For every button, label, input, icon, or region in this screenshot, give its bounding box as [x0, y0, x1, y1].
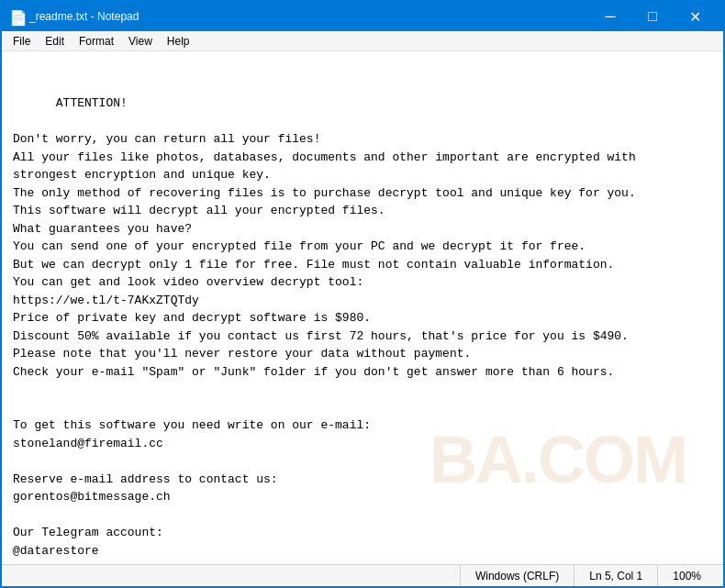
statusbar-zoom: 100%: [657, 565, 716, 586]
content-wrapper: BA.COM ATTENTION! Don't worry, you can r…: [2, 51, 723, 564]
menu-format[interactable]: Format: [72, 33, 121, 50]
statusbar-spacer: [9, 565, 460, 586]
statusbar: Windows (CRLF) Ln 5, Col 1 100%: [2, 564, 723, 586]
app-icon: 📄: [9, 9, 24, 24]
text-content: ATTENTION! Don't worry, you can return a…: [13, 96, 636, 564]
titlebar: 📄 _readme.txt - Notepad ─ □ ✕: [2, 2, 723, 31]
menu-file[interactable]: File: [6, 33, 38, 50]
minimize-button[interactable]: ─: [589, 2, 631, 31]
text-editor[interactable]: BA.COM ATTENTION! Don't worry, you can r…: [2, 51, 723, 564]
close-button[interactable]: ✕: [674, 2, 716, 31]
statusbar-line-col: Ln 5, Col 1: [574, 565, 657, 586]
menubar: File Edit Format View Help: [2, 31, 723, 51]
watermark: BA.COM: [429, 410, 686, 509]
menu-view[interactable]: View: [121, 33, 160, 50]
notepad-window: 📄 _readme.txt - Notepad ─ □ ✕ File Edit …: [0, 0, 725, 588]
menu-edit[interactable]: Edit: [38, 33, 72, 50]
window-controls: ─ □ ✕: [589, 2, 716, 31]
menu-help[interactable]: Help: [160, 33, 197, 50]
maximize-button[interactable]: □: [631, 2, 674, 31]
statusbar-encoding: Windows (CRLF): [460, 565, 574, 586]
window-title: _readme.txt - Notepad: [29, 10, 589, 23]
